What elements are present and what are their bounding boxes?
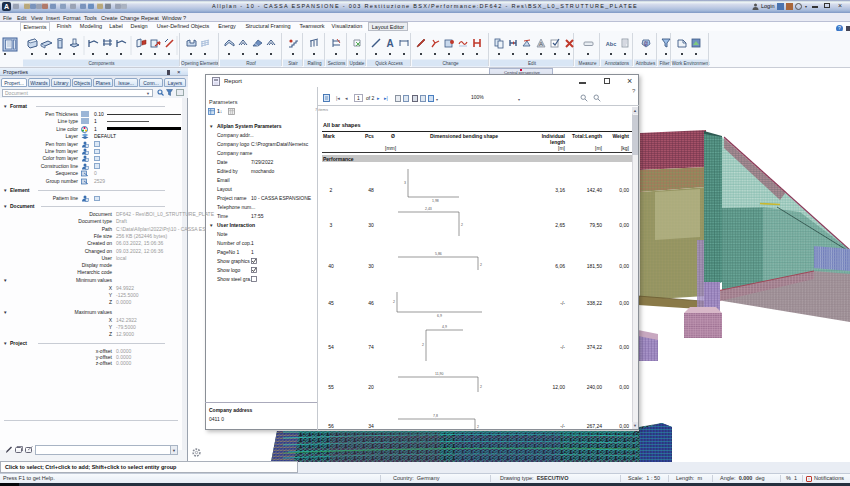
svg-text:Attributes: Attributes [636,61,656,66]
svg-text:6,9: 6,9 [437,314,442,318]
svg-text:2: 2 [480,263,482,267]
svg-text:A: A [539,41,543,47]
svg-text:Filter: Filter [659,61,670,66]
svg-text:Change: Change [442,61,459,66]
svg-text:2: 2 [477,425,479,429]
svg-text:Work Environment: Work Environment [672,61,710,66]
svg-text:Update: Update [350,61,365,66]
svg-text:7,8: 7,8 [433,414,438,418]
svg-text:3: 3 [404,181,406,185]
svg-text:Stair: Stair [288,61,298,66]
svg-text:Opening Elements: Opening Elements [181,61,219,66]
svg-text:1,98: 1,98 [432,199,439,203]
svg-text:2,43: 2,43 [425,207,432,211]
svg-text:@: @ [643,40,648,46]
svg-text:11,90: 11,90 [435,372,444,376]
svg-text:Railing: Railing [307,61,321,66]
svg-text:2: 2 [422,343,424,347]
svg-text:Quick Access: Quick Access [375,61,403,66]
svg-text:Edit: Edit [528,61,537,66]
svg-text:Components: Components [88,61,115,66]
svg-text:Roof: Roof [246,61,256,66]
svg-text:A: A [386,38,393,49]
svg-text:2: 2 [393,300,395,304]
svg-text:Sections: Sections [328,61,346,66]
svg-text:Measure: Measure [579,61,597,66]
svg-text:5,86: 5,86 [435,252,442,256]
svg-text:2: 2 [461,223,463,227]
svg-text:4,9: 4,9 [442,325,447,329]
svg-text:Annotations: Annotations [605,61,630,66]
svg-text:2: 2 [480,385,482,389]
svg-text:Abc: Abc [606,41,616,47]
